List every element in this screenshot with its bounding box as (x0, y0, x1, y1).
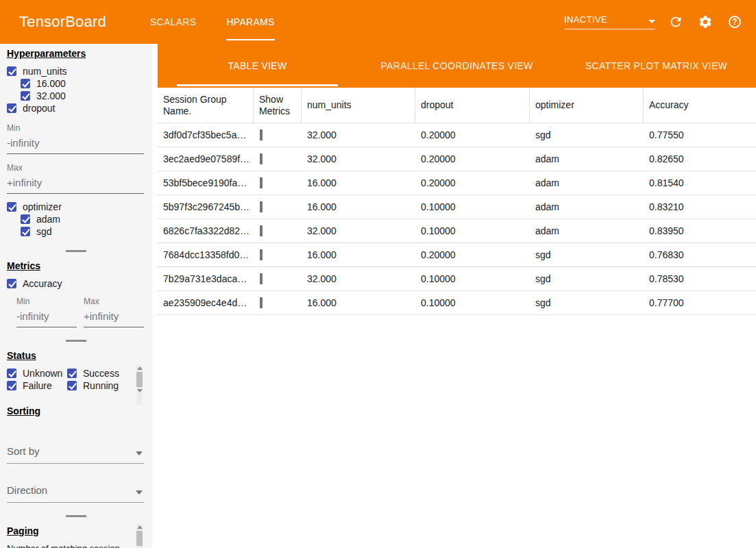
checkbox-checked-icon[interactable] (67, 369, 77, 378)
hparam-dropout[interactable]: dropout (7, 102, 145, 114)
refresh-button[interactable] (667, 13, 685, 31)
scrollbar-thumb[interactable] (136, 531, 143, 546)
tab-scatter-plot-matrix-view[interactable]: SCATTER PLOT MATRIX VIEW (557, 44, 756, 88)
show-metrics-checkbox[interactable] (260, 249, 263, 260)
hparam-label: dropout (23, 103, 55, 114)
metric-label: Accuracy (23, 278, 62, 289)
hparam-value-32[interactable]: 32.000 (7, 90, 145, 102)
status-failure[interactable]: Failure (7, 379, 67, 392)
checkbox-checked-icon[interactable] (7, 369, 16, 378)
metric-min-input[interactable] (16, 308, 77, 327)
paging-section: Paging Number of matching session groups… (7, 525, 145, 548)
checkbox-checked-icon[interactable] (7, 66, 16, 76)
session-group-name: 3ec2aed9e07589f… (158, 153, 254, 164)
metric-max-input[interactable] (84, 308, 144, 327)
table-row: 3df0d7cf35bec5a… 32.000 0.20000 sgd 0.77… (158, 123, 756, 147)
paging-scrollbar[interactable] (136, 524, 143, 548)
tab-parallel-coordinates-view[interactable]: PARALLEL COORDINATES VIEW (357, 44, 557, 88)
accuracy-cell: 0.78530 (644, 273, 756, 284)
checkbox-checked-icon[interactable] (67, 381, 77, 390)
status-label: Success (83, 368, 119, 379)
hparam-value-adam[interactable]: adam (7, 213, 145, 225)
scrollbar-thumb[interactable] (136, 372, 143, 387)
caret-down-icon (136, 490, 143, 495)
status-label: Unknown (23, 368, 62, 379)
checkbox-checked-icon[interactable] (7, 202, 16, 212)
optimizer-cell: adam (530, 225, 644, 236)
metric-range-fields: Min Max (7, 297, 145, 327)
checkbox-checked-icon[interactable] (21, 79, 30, 88)
hparam-value-16[interactable]: 16.000 (7, 77, 145, 90)
settings-button[interactable] (696, 13, 714, 31)
show-metrics-checkbox[interactable] (260, 129, 263, 140)
sorting-heading: Sorting (7, 406, 145, 416)
help-button[interactable]: ? (726, 13, 744, 31)
status-unknown[interactable]: Unknown (7, 367, 67, 379)
header-show-metrics: Show Metrics (254, 88, 302, 123)
metric-min-label: Min (16, 297, 77, 306)
checkbox-checked-icon[interactable] (7, 103, 16, 113)
header-session-group-name: Session Group Name. (158, 88, 254, 123)
show-metrics-cell (254, 177, 302, 188)
dropout-max-input[interactable] (7, 174, 144, 194)
sort-by-label: Sort by (7, 445, 40, 457)
status-scrollbar[interactable] (136, 365, 143, 405)
show-metrics-checkbox[interactable] (260, 297, 263, 308)
table-row: 53bf5bece9190fa… 16.000 0.20000 adam 0.8… (158, 171, 756, 195)
hparam-num-units[interactable]: num_units (7, 65, 145, 77)
tab-table-view[interactable]: TABLE VIEW (158, 44, 357, 88)
tab-scalars[interactable]: SCALARS (135, 0, 211, 44)
session-group-name: 5b97f3c2967245b… (158, 201, 254, 212)
accuracy-cell: 0.82650 (644, 153, 756, 164)
status-running[interactable]: Running (67, 379, 136, 392)
checkbox-checked-icon[interactable] (7, 381, 16, 390)
status-success[interactable]: Success (67, 367, 136, 379)
header-dropout: dropout (415, 88, 530, 123)
reload-status-select[interactable]: INACTIVE (564, 14, 655, 29)
show-metrics-cell (254, 273, 302, 284)
checkbox-checked-icon[interactable] (21, 227, 30, 236)
dropout-max-label: Max (7, 163, 145, 173)
accuracy-cell: 0.77700 (644, 297, 756, 308)
direction-select[interactable]: Direction (7, 480, 144, 503)
num-units-cell: 32.000 (302, 129, 415, 140)
sort-by-select[interactable]: Sort by (7, 441, 144, 464)
checkbox-checked-icon[interactable] (21, 214, 30, 224)
checkbox-checked-icon[interactable] (7, 279, 16, 288)
optimizer-cell: sgd (530, 129, 644, 140)
dropout-cell: 0.20000 (415, 129, 530, 140)
checkbox-checked-icon[interactable] (21, 91, 30, 101)
show-metrics-checkbox[interactable] (260, 177, 263, 188)
num-units-cell: 32.000 (302, 225, 415, 236)
show-metrics-checkbox[interactable] (260, 153, 263, 164)
hparam-value-label: adam (36, 214, 60, 225)
section-resize-handle[interactable] (66, 250, 86, 252)
section-resize-handle[interactable] (66, 515, 86, 517)
section-resize-handle[interactable] (66, 340, 86, 342)
content-area: Hyperparameters num_units 16.000 32.000 … (0, 44, 756, 548)
session-group-table: Session Group Name. Show Metrics num_uni… (158, 88, 756, 548)
table-row: 6826c7fa3322d82… 32.000 0.10000 adam 0.8… (158, 219, 756, 243)
metric-max-label: Max (84, 297, 144, 306)
sorting-section: Sorting Sort by Direction (7, 406, 145, 503)
num-units-cell: 32.000 (302, 153, 415, 164)
hparam-value-label: 16.000 (36, 78, 66, 89)
hyperparameters-section: Hyperparameters num_units 16.000 32.000 … (7, 48, 145, 238)
dropout-cell: 0.20000 (415, 177, 530, 188)
scroll-up-icon[interactable] (137, 525, 143, 529)
scroll-down-icon[interactable] (137, 389, 143, 393)
header-optimizer: optimizer (530, 88, 644, 123)
show-metrics-checkbox[interactable] (260, 273, 263, 284)
metric-accuracy[interactable]: Accuracy (7, 277, 145, 290)
show-metrics-checkbox[interactable] (260, 201, 263, 212)
hparam-optimizer[interactable]: optimizer (7, 201, 145, 213)
dropout-cell: 0.10000 (415, 297, 530, 308)
dropout-min-input[interactable] (7, 134, 144, 154)
status-label: Running (83, 380, 119, 391)
hparam-value-sgd[interactable]: sgd (7, 225, 145, 238)
optimizer-cell: adam (530, 201, 644, 212)
scroll-up-icon[interactable] (137, 366, 143, 370)
status-options: Unknown Success Failure Running (7, 367, 145, 392)
tab-hparams[interactable]: HPARAMS (211, 0, 289, 44)
show-metrics-checkbox[interactable] (260, 225, 263, 236)
